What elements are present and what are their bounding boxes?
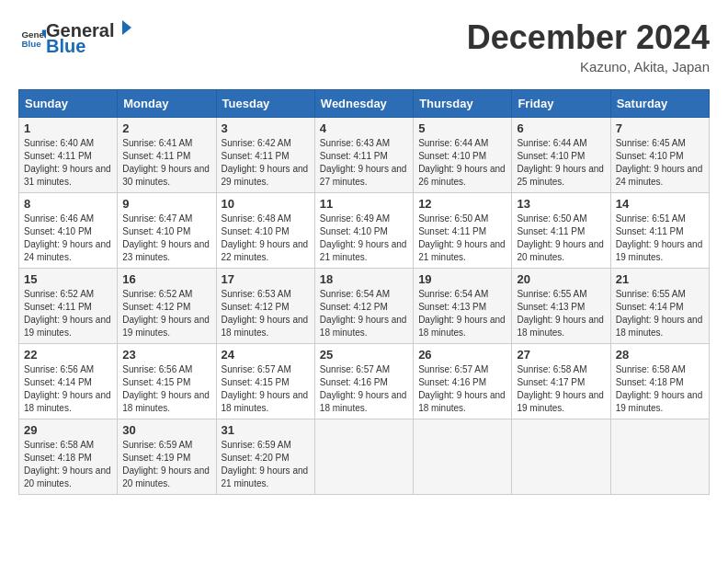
day-cell: 30Sunrise: 6:59 AMSunset: 4:19 PMDayligh… (118, 419, 216, 495)
week-row-1: 1Sunrise: 6:40 AMSunset: 4:11 PMDaylight… (19, 118, 710, 193)
day-number: 23 (122, 348, 210, 362)
day-number: 4 (320, 121, 408, 135)
day-number: 5 (418, 121, 506, 135)
day-info: Sunrise: 6:59 AMSunset: 4:20 PMDaylight:… (222, 439, 310, 490)
weekday-header-wednesday: Wednesday (314, 90, 413, 118)
day-number: 21 (616, 272, 704, 286)
day-cell: 7Sunrise: 6:45 AMSunset: 4:10 PMDaylight… (610, 118, 709, 193)
week-row-3: 15Sunrise: 6:52 AMSunset: 4:11 PMDayligh… (19, 269, 710, 344)
day-number: 13 (517, 197, 605, 211)
day-cell: 5Sunrise: 6:44 AMSunset: 4:10 PMDaylight… (414, 118, 512, 193)
weekday-header-friday: Friday (512, 90, 610, 118)
day-number: 9 (122, 197, 210, 211)
day-cell: 1Sunrise: 6:40 AMSunset: 4:11 PMDaylight… (19, 118, 118, 193)
logo: General Blue General Blue (18, 18, 134, 57)
day-info: Sunrise: 6:59 AMSunset: 4:19 PMDaylight:… (122, 439, 210, 490)
day-info: Sunrise: 6:57 AMSunset: 4:15 PMDaylight:… (222, 363, 310, 415)
day-info: Sunrise: 6:47 AMSunset: 4:10 PMDaylight:… (122, 213, 210, 264)
day-number: 16 (122, 272, 210, 286)
week-row-5: 29Sunrise: 6:58 AMSunset: 4:18 PMDayligh… (19, 419, 710, 495)
day-number: 22 (24, 348, 112, 362)
month-title: December 2024 (467, 18, 710, 57)
day-info: Sunrise: 6:52 AMSunset: 4:12 PMDaylight:… (122, 288, 210, 339)
day-cell: 3Sunrise: 6:42 AMSunset: 4:11 PMDaylight… (216, 118, 314, 193)
weekday-header-saturday: Saturday (610, 90, 709, 118)
day-number: 11 (320, 197, 408, 211)
day-number: 29 (24, 423, 112, 437)
day-cell: 24Sunrise: 6:57 AMSunset: 4:15 PMDayligh… (216, 344, 314, 419)
day-cell: 10Sunrise: 6:48 AMSunset: 4:10 PMDayligh… (216, 193, 314, 269)
day-number: 12 (418, 197, 506, 211)
weekday-header-monday: Monday (118, 90, 216, 118)
day-info: Sunrise: 6:58 AMSunset: 4:18 PMDaylight:… (616, 363, 704, 415)
day-cell: 25Sunrise: 6:57 AMSunset: 4:16 PMDayligh… (314, 344, 413, 419)
day-cell: 22Sunrise: 6:56 AMSunset: 4:14 PMDayligh… (19, 344, 118, 419)
week-row-4: 22Sunrise: 6:56 AMSunset: 4:14 PMDayligh… (19, 344, 710, 419)
day-number: 26 (418, 348, 506, 362)
day-cell: 27Sunrise: 6:58 AMSunset: 4:17 PMDayligh… (512, 344, 610, 419)
day-cell: 6Sunrise: 6:44 AMSunset: 4:10 PMDaylight… (512, 118, 610, 193)
day-cell: 15Sunrise: 6:52 AMSunset: 4:11 PMDayligh… (19, 269, 118, 344)
day-info: Sunrise: 6:40 AMSunset: 4:11 PMDaylight:… (24, 137, 112, 189)
day-info: Sunrise: 6:51 AMSunset: 4:11 PMDaylight:… (616, 213, 704, 264)
day-number: 18 (320, 272, 408, 286)
day-number: 1 (24, 121, 112, 135)
day-cell: 2Sunrise: 6:41 AMSunset: 4:11 PMDaylight… (118, 118, 216, 193)
day-cell: 13Sunrise: 6:50 AMSunset: 4:11 PMDayligh… (512, 193, 610, 269)
day-info: Sunrise: 6:56 AMSunset: 4:15 PMDaylight:… (122, 363, 210, 415)
day-info: Sunrise: 6:43 AMSunset: 4:11 PMDaylight:… (320, 137, 408, 189)
day-number: 3 (222, 121, 310, 135)
day-info: Sunrise: 6:48 AMSunset: 4:10 PMDaylight:… (222, 213, 310, 264)
day-cell: 11Sunrise: 6:49 AMSunset: 4:10 PMDayligh… (314, 193, 413, 269)
svg-marker-3 (122, 20, 131, 35)
day-info: Sunrise: 6:53 AMSunset: 4:12 PMDaylight:… (222, 288, 310, 339)
day-number: 25 (320, 348, 408, 362)
day-cell: 8Sunrise: 6:46 AMSunset: 4:10 PMDaylight… (19, 193, 118, 269)
day-info: Sunrise: 6:57 AMSunset: 4:16 PMDaylight:… (418, 363, 506, 415)
day-number: 15 (24, 272, 112, 286)
day-cell: 26Sunrise: 6:57 AMSunset: 4:16 PMDayligh… (414, 344, 512, 419)
week-row-2: 8Sunrise: 6:46 AMSunset: 4:10 PMDaylight… (19, 193, 710, 269)
day-number: 10 (222, 197, 310, 211)
day-info: Sunrise: 6:50 AMSunset: 4:11 PMDaylight:… (517, 213, 605, 264)
day-number: 30 (122, 423, 210, 437)
day-info: Sunrise: 6:58 AMSunset: 4:18 PMDaylight:… (24, 439, 112, 490)
day-info: Sunrise: 6:52 AMSunset: 4:11 PMDaylight:… (24, 288, 112, 339)
day-cell: 18Sunrise: 6:54 AMSunset: 4:12 PMDayligh… (314, 269, 413, 344)
day-cell (414, 419, 512, 495)
day-info: Sunrise: 6:55 AMSunset: 4:14 PMDaylight:… (616, 288, 704, 339)
day-cell: 28Sunrise: 6:58 AMSunset: 4:18 PMDayligh… (610, 344, 709, 419)
day-cell: 16Sunrise: 6:52 AMSunset: 4:12 PMDayligh… (118, 269, 216, 344)
day-info: Sunrise: 6:44 AMSunset: 4:10 PMDaylight:… (517, 137, 605, 189)
day-info: Sunrise: 6:58 AMSunset: 4:17 PMDaylight:… (517, 363, 605, 415)
day-info: Sunrise: 6:45 AMSunset: 4:10 PMDaylight:… (616, 137, 704, 189)
day-info: Sunrise: 6:54 AMSunset: 4:13 PMDaylight:… (418, 288, 506, 339)
day-number: 20 (517, 272, 605, 286)
day-cell: 23Sunrise: 6:56 AMSunset: 4:15 PMDayligh… (118, 344, 216, 419)
day-cell: 9Sunrise: 6:47 AMSunset: 4:10 PMDaylight… (118, 193, 216, 269)
location-title: Kazuno, Akita, Japan (467, 59, 710, 75)
day-number: 27 (517, 348, 605, 362)
weekday-header-thursday: Thursday (414, 90, 512, 118)
day-info: Sunrise: 6:50 AMSunset: 4:11 PMDaylight:… (418, 213, 506, 264)
header: General Blue General Blue December 2024 … (18, 18, 710, 75)
day-cell: 17Sunrise: 6:53 AMSunset: 4:12 PMDayligh… (216, 269, 314, 344)
day-cell (610, 419, 709, 495)
weekday-header-row: SundayMondayTuesdayWednesdayThursdayFrid… (19, 90, 710, 118)
day-info: Sunrise: 6:56 AMSunset: 4:14 PMDaylight:… (24, 363, 112, 415)
day-info: Sunrise: 6:49 AMSunset: 4:10 PMDaylight:… (320, 213, 408, 264)
day-cell: 20Sunrise: 6:55 AMSunset: 4:13 PMDayligh… (512, 269, 610, 344)
day-info: Sunrise: 6:54 AMSunset: 4:12 PMDaylight:… (320, 288, 408, 339)
day-cell: 29Sunrise: 6:58 AMSunset: 4:18 PMDayligh… (19, 419, 118, 495)
title-area: December 2024 Kazuno, Akita, Japan (467, 18, 710, 75)
day-info: Sunrise: 6:57 AMSunset: 4:16 PMDaylight:… (320, 363, 408, 415)
day-info: Sunrise: 6:55 AMSunset: 4:13 PMDaylight:… (517, 288, 605, 339)
day-number: 24 (222, 348, 310, 362)
day-info: Sunrise: 6:44 AMSunset: 4:10 PMDaylight:… (418, 137, 506, 189)
day-cell: 19Sunrise: 6:54 AMSunset: 4:13 PMDayligh… (414, 269, 512, 344)
weekday-header-sunday: Sunday (19, 90, 118, 118)
calendar-table: SundayMondayTuesdayWednesdayThursdayFrid… (18, 89, 710, 495)
day-number: 19 (418, 272, 506, 286)
day-cell (314, 419, 413, 495)
day-cell: 21Sunrise: 6:55 AMSunset: 4:14 PMDayligh… (610, 269, 709, 344)
